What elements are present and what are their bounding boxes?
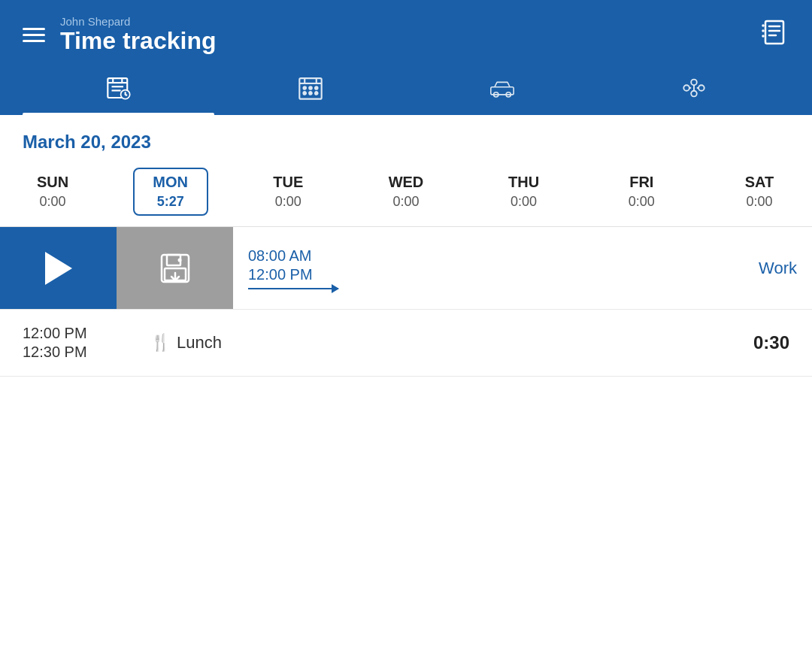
entry-start-time: 08:00 AM — [248, 247, 729, 265]
play-button[interactable] — [0, 227, 117, 309]
entry-times: 08:00 AM 12:00 PM — [248, 247, 729, 283]
day-cell-sun[interactable]: SUN0:00 — [15, 174, 90, 210]
day-time: 5:27 — [157, 194, 184, 210]
floppy-disk-icon — [159, 252, 192, 285]
lunch-start-time: 12:00 PM — [23, 325, 143, 342]
lunch-label: Lunch — [177, 333, 222, 353]
day-name: WED — [389, 174, 424, 191]
day-time: 0:00 — [275, 194, 301, 210]
entries-section: 08:00 AM 12:00 PM Work 12:00 PM 12:30 PM… — [0, 227, 812, 663]
day-name: SUN — [37, 174, 68, 191]
day-cell-thu[interactable]: THU0:00 — [486, 174, 562, 210]
day-name: MON — [153, 174, 188, 191]
play-triangle-icon — [45, 252, 72, 285]
day-time: 0:00 — [746, 194, 772, 210]
day-cell-mon[interactable]: MON5:27 — [133, 168, 208, 216]
tabs — [23, 63, 789, 115]
tab-calendar[interactable] — [214, 63, 406, 115]
day-name: THU — [508, 174, 539, 191]
current-date: March 20, 2023 — [23, 132, 789, 153]
entry-arrow — [248, 288, 729, 289]
day-time: 0:00 — [39, 194, 65, 210]
svg-point-22 — [315, 86, 317, 89]
lunch-end-time: 12:30 PM — [23, 344, 143, 361]
day-name: SAT — [745, 174, 774, 191]
lunch-times: 12:00 PM 12:30 PM — [23, 325, 143, 361]
header-top: John Shepard Time tracking — [23, 15, 789, 54]
stats-icon — [680, 74, 708, 107]
svg-point-25 — [315, 92, 317, 94]
tab-timesheet[interactable] — [23, 63, 214, 115]
hamburger-menu-icon[interactable] — [23, 28, 45, 42]
day-name: FRI — [629, 174, 653, 191]
entry-end-time: 12:00 PM — [248, 266, 729, 283]
app-container: John Shepard Time tracking — [0, 0, 812, 663]
save-entry-button[interactable] — [117, 227, 233, 309]
day-cell-tue[interactable]: TUE0:00 — [250, 174, 326, 210]
day-time: 0:00 — [629, 194, 655, 210]
lunch-row: 12:00 PM 12:30 PM 🍴 Lunch 0:30 — [0, 310, 812, 377]
day-time: 0:00 — [392, 194, 419, 210]
svg-point-20 — [303, 86, 305, 89]
header-left: John Shepard Time tracking — [23, 15, 216, 54]
date-section: March 20, 2023 — [0, 115, 812, 160]
day-name: TUE — [273, 174, 303, 191]
header: John Shepard Time tracking — [0, 0, 812, 115]
timesheet-icon — [105, 74, 133, 107]
svg-point-30 — [691, 80, 697, 86]
day-cell-sat[interactable]: SAT0:00 — [722, 174, 797, 210]
svg-point-39 — [177, 258, 181, 262]
lunch-duration: 0:30 — [753, 332, 789, 353]
header-title-block: John Shepard Time tracking — [60, 15, 216, 54]
lunch-info: 🍴 Lunch — [143, 333, 753, 353]
svg-point-24 — [309, 92, 311, 94]
svg-point-23 — [303, 92, 305, 94]
car-icon — [488, 74, 517, 107]
day-time: 0:00 — [511, 194, 537, 210]
page-title: Time tracking — [60, 28, 216, 54]
day-cell-fri[interactable]: FRI0:00 — [604, 174, 679, 210]
arrow-line — [248, 288, 338, 289]
tab-mileage[interactable] — [406, 63, 598, 115]
user-name: John Shepard — [60, 15, 216, 28]
svg-point-32 — [691, 91, 697, 97]
tab-stats[interactable] — [598, 63, 789, 115]
svg-point-29 — [683, 85, 689, 91]
week-row: SUN0:00MON5:27TUE0:00WED0:00THU0:00FRI0:… — [0, 160, 812, 227]
svg-point-21 — [309, 86, 311, 89]
svg-point-31 — [698, 85, 704, 91]
calendar-icon — [296, 74, 325, 107]
entry-details: 08:00 AM 12:00 PM — [233, 227, 744, 309]
svg-rect-0 — [765, 21, 783, 44]
work-entry-row: 08:00 AM 12:00 PM Work — [0, 227, 812, 310]
day-cell-wed[interactable]: WED0:00 — [368, 174, 444, 210]
notebook-icon[interactable] — [761, 18, 789, 52]
fork-knife-icon: 🍴 — [150, 333, 171, 353]
entry-label[interactable]: Work — [744, 227, 812, 309]
